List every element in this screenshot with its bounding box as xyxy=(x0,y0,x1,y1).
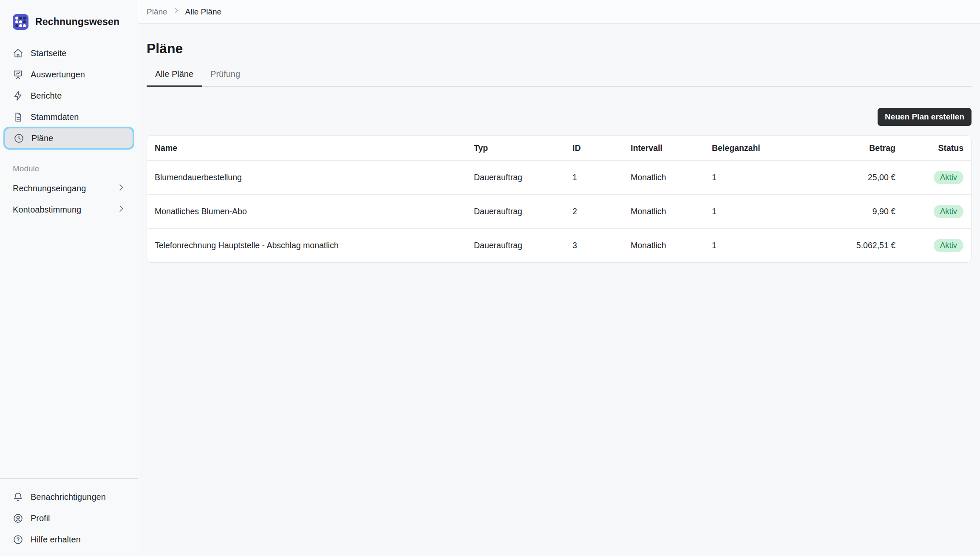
column-header-name: Name xyxy=(155,143,474,153)
sidebar-item-label: Kontoabstimmung xyxy=(13,205,81,215)
help-circle-icon xyxy=(13,534,23,545)
sidebar-footer: Benachrichtigungen Profil Hilfe erhalten xyxy=(0,478,138,556)
column-header-intervall: Intervall xyxy=(631,143,712,153)
cell-id: 2 xyxy=(572,207,631,216)
table-row[interactable]: Monatliches Blumen-Abo Dauerauftrag 2 Mo… xyxy=(147,194,971,228)
action-bar: Neuen Plan erstellen xyxy=(147,108,972,126)
chevron-right-icon xyxy=(173,7,180,17)
sidebar-item-label: Profil xyxy=(31,513,50,523)
sidebar-item-profil[interactable]: Profil xyxy=(4,508,133,529)
sidebar-item-hilfe[interactable]: Hilfe erhalten xyxy=(4,529,133,550)
cell-name: Monatliches Blumen-Abo xyxy=(155,207,474,216)
cell-typ: Dauerauftrag xyxy=(474,207,572,216)
app-title: Rechnungswesen xyxy=(35,16,119,28)
module-section-label: Module xyxy=(0,149,138,178)
sidebar-item-auswertungen[interactable]: Auswertungen xyxy=(4,64,133,85)
sidebar-item-berichte[interactable]: Berichte xyxy=(4,85,133,106)
table-row[interactable]: Blumendauerbestellung Dauerauftrag 1 Mon… xyxy=(147,160,971,194)
column-header-id: ID xyxy=(572,143,631,153)
app-root: Rechnungswesen Startseite Auswertungen B… xyxy=(0,0,980,556)
column-header-typ: Typ xyxy=(474,143,572,153)
document-icon xyxy=(13,112,23,122)
sidebar-item-label: Berichte xyxy=(31,91,62,101)
topbar: Pläne Alle Pläne xyxy=(138,0,980,24)
cell-status: Aktiv xyxy=(895,171,963,184)
cell-intervall: Monatlich xyxy=(631,207,712,216)
cell-betrag: 5.062,51 € xyxy=(810,241,895,250)
sidebar-item-plaene[interactable]: Pläne xyxy=(5,128,133,148)
cell-betrag: 25,00 € xyxy=(810,173,895,182)
cell-beleganzahl: 1 xyxy=(712,241,810,250)
lightning-icon xyxy=(13,91,23,101)
column-header-beleganzahl: Beleganzahl xyxy=(712,143,810,153)
chevron-right-icon xyxy=(116,183,126,194)
create-plan-button[interactable]: Neuen Plan erstellen xyxy=(878,108,972,126)
table-header-row: Name Typ ID Intervall Beleganzahl Betrag… xyxy=(147,136,971,160)
sidebar-item-startseite[interactable]: Startseite xyxy=(4,43,133,64)
column-header-betrag: Betrag xyxy=(810,143,895,153)
table-row[interactable]: Telefonrechnung Hauptstelle - Abschlag m… xyxy=(147,228,971,262)
cell-id: 1 xyxy=(572,173,631,182)
sidebar-item-label: Hilfe erhalten xyxy=(31,535,81,545)
cell-status: Aktiv xyxy=(895,239,963,252)
clock-icon xyxy=(14,133,24,144)
sidebar-item-label: Pläne xyxy=(31,133,53,143)
sidebar-footer-divider xyxy=(0,478,138,479)
sidebar-item-label: Stammdaten xyxy=(31,112,79,122)
tab-pruefung[interactable]: Prüfung xyxy=(202,69,249,86)
chevron-right-icon xyxy=(116,204,126,216)
status-badge: Aktiv xyxy=(934,171,963,184)
sidebar-item-label: Rechnungseingang xyxy=(13,184,86,193)
cell-typ: Dauerauftrag xyxy=(474,173,572,182)
sidebar: Rechnungswesen Startseite Auswertungen B… xyxy=(0,0,138,556)
page-title: Pläne xyxy=(147,41,972,57)
breadcrumb: Pläne Alle Pläne xyxy=(147,7,221,17)
status-badge: Aktiv xyxy=(934,205,963,218)
cell-status: Aktiv xyxy=(895,205,963,218)
breadcrumb-parent[interactable]: Pläne xyxy=(147,7,167,17)
sidebar-nav: Startseite Auswertungen Berichte Stammda… xyxy=(0,43,138,149)
cell-name: Telefonrechnung Hauptstelle - Abschlag m… xyxy=(155,241,474,250)
sidebar-item-label: Startseite xyxy=(31,48,66,58)
bell-icon xyxy=(13,492,23,502)
cell-intervall: Monatlich xyxy=(631,241,712,250)
status-badge: Aktiv xyxy=(934,239,963,252)
user-circle-icon xyxy=(13,513,23,524)
plans-table: Name Typ ID Intervall Beleganzahl Betrag… xyxy=(147,135,972,263)
home-icon xyxy=(13,48,23,59)
cell-name: Blumendauerbestellung xyxy=(155,173,474,182)
cell-beleganzahl: 1 xyxy=(712,173,810,182)
cell-typ: Dauerauftrag xyxy=(474,241,572,250)
column-header-status: Status xyxy=(895,143,963,153)
presentation-chart-icon xyxy=(13,69,23,80)
sidebar-item-stammdaten[interactable]: Stammdaten xyxy=(4,106,133,128)
app-brand: Rechnungswesen xyxy=(0,0,138,43)
sidebar-item-benachrichtigungen[interactable]: Benachrichtigungen xyxy=(4,486,133,508)
sidebar-item-rechnungseingang[interactable]: Rechnungseingang xyxy=(4,178,133,199)
cell-intervall: Monatlich xyxy=(631,173,712,182)
sidebar-item-label: Auswertungen xyxy=(31,70,85,79)
cell-beleganzahl: 1 xyxy=(712,207,810,216)
main-area: Pläne Alle Pläne Pläne Alle Pläne Prüfun… xyxy=(138,0,980,556)
app-logo-icon xyxy=(13,14,28,30)
sidebar-item-label: Benachrichtigungen xyxy=(31,492,106,502)
tab-alle-plaene[interactable]: Alle Pläne xyxy=(147,69,202,86)
tab-bar: Alle Pläne Prüfung xyxy=(147,69,972,87)
page-content: Pläne Alle Pläne Prüfung Neuen Plan erst… xyxy=(138,24,980,556)
cell-id: 3 xyxy=(572,241,631,250)
sidebar-item-kontoabstimmung[interactable]: Kontoabstimmung xyxy=(4,199,133,220)
breadcrumb-current: Alle Pläne xyxy=(185,7,222,17)
cell-betrag: 9,90 € xyxy=(810,207,895,216)
